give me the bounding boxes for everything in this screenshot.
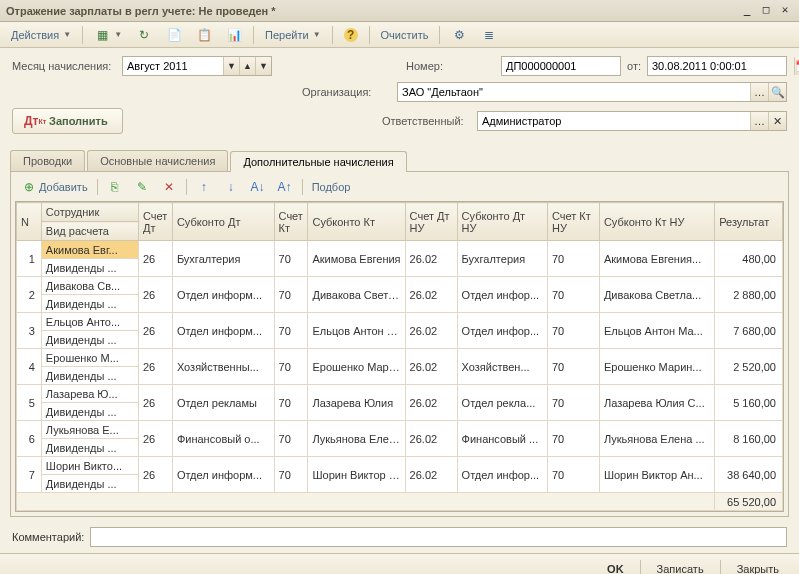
cell-sub-dt-nu[interactable]: Финансовый ...	[457, 421, 547, 457]
table-row[interactable]: 6Лукьянова Е...26Финансовый о...70Лукьян…	[17, 421, 783, 439]
cell-sub-kt-nu[interactable]: Шорин Виктор Ан...	[599, 457, 714, 493]
cell-n[interactable]: 5	[17, 385, 42, 421]
cell-acc-dt[interactable]: 26	[139, 277, 173, 313]
cell-calc[interactable]: Дивиденды ...	[41, 259, 138, 277]
resp-clear-icon[interactable]: ✕	[768, 112, 786, 130]
sort-desc-icon[interactable]: A↑	[273, 178, 297, 196]
col-n[interactable]: N	[17, 203, 42, 241]
report-icon[interactable]: 📊	[221, 25, 247, 45]
cell-sub-kt[interactable]: Дивакова Светлана	[308, 277, 405, 313]
cell-sub-kt[interactable]: Акимова Евгения	[308, 241, 405, 277]
tab-additional-accruals[interactable]: Дополнительные начисления	[230, 151, 406, 172]
cell-n[interactable]: 4	[17, 349, 42, 385]
cell-sub-dt[interactable]: Бухгалтерия	[172, 241, 274, 277]
col-acc-dt-nu[interactable]: Счет Дт НУ	[405, 203, 457, 241]
table-row[interactable]: 2Дивакова Св...26Отдел информ...70Дивако…	[17, 277, 783, 295]
cell-acc-dt[interactable]: 26	[139, 457, 173, 493]
col-sub-dt-nu[interactable]: Субконто Дт НУ	[457, 203, 547, 241]
org-select-icon[interactable]: …	[750, 83, 768, 101]
move-down-icon[interactable]: ↓	[219, 178, 243, 196]
cell-calc[interactable]: Дивиденды ...	[41, 475, 138, 493]
period-down-icon[interactable]: ▼	[255, 57, 271, 75]
cell-sub-dt-nu[interactable]: Отдел инфор...	[457, 277, 547, 313]
actions-menu[interactable]: Действия▼	[6, 27, 76, 43]
cell-calc[interactable]: Дивиденды ...	[41, 367, 138, 385]
maximize-button[interactable]: □	[758, 4, 774, 18]
cell-sub-dt[interactable]: Отдел информ...	[172, 313, 274, 349]
cell-acc-dt-nu[interactable]: 26.02	[405, 349, 457, 385]
cell-result[interactable]: 2 880,00	[715, 277, 783, 313]
cell-sub-dt-nu[interactable]: Хозяйствен...	[457, 349, 547, 385]
cell-calc[interactable]: Дивиденды ...	[41, 295, 138, 313]
cell-n[interactable]: 1	[17, 241, 42, 277]
move-up-icon[interactable]: ↑	[192, 178, 216, 196]
cell-acc-kt[interactable]: 70	[274, 277, 308, 313]
cell-sub-kt-nu[interactable]: Лазарева Юлия С...	[599, 385, 714, 421]
table-row[interactable]: 3Ельцов Анто...26Отдел информ...70Ельцов…	[17, 313, 783, 331]
cell-sub-dt[interactable]: Хозяйственны...	[172, 349, 274, 385]
resp-select-icon[interactable]: …	[750, 112, 768, 130]
cell-acc-kt-nu[interactable]: 70	[547, 385, 599, 421]
ok-button[interactable]: OK	[597, 560, 634, 575]
cell-emp[interactable]: Лазарева Ю...	[41, 385, 138, 403]
grid[interactable]: N Сотрудник Счет Дт Субконто Дт Счет Кт …	[15, 201, 784, 512]
new-doc-icon[interactable]: ▦▼	[89, 25, 127, 45]
table-row[interactable]: 5Лазарева Ю...26Отдел рекламы70Лазарева …	[17, 385, 783, 403]
col-sub-kt[interactable]: Субконто Кт	[308, 203, 405, 241]
cell-acc-kt[interactable]: 70	[274, 385, 308, 421]
cell-acc-kt-nu[interactable]: 70	[547, 421, 599, 457]
col-acc-dt[interactable]: Счет Дт	[139, 203, 173, 241]
period-up-icon[interactable]: ▲	[239, 57, 255, 75]
period-input[interactable]: ▼ ▲ ▼	[122, 56, 272, 76]
org-field-wrap[interactable]: … 🔍	[397, 82, 787, 102]
cell-emp[interactable]: Дивакова Св...	[41, 277, 138, 295]
cell-acc-kt-nu[interactable]: 70	[547, 277, 599, 313]
clear-button[interactable]: Очистить	[376, 27, 434, 43]
cell-result[interactable]: 5 160,00	[715, 385, 783, 421]
cell-acc-dt[interactable]: 26	[139, 385, 173, 421]
sort-asc-icon[interactable]: A↓	[246, 178, 270, 196]
cell-acc-kt-nu[interactable]: 70	[547, 313, 599, 349]
select-button[interactable]: Подбор	[308, 180, 355, 194]
edit-row-icon[interactable]: ✎	[130, 178, 154, 196]
resp-field[interactable]	[478, 115, 750, 127]
col-emp[interactable]: Сотрудник	[41, 203, 138, 222]
cell-acc-kt[interactable]: 70	[274, 313, 308, 349]
close-footer-button[interactable]: Закрыть	[727, 560, 789, 575]
help-icon[interactable]: ?	[339, 26, 363, 44]
cell-sub-dt[interactable]: Отдел информ...	[172, 277, 274, 313]
cell-n[interactable]: 3	[17, 313, 42, 349]
cell-sub-kt-nu[interactable]: Акимова Евгения...	[599, 241, 714, 277]
cell-sub-dt-nu[interactable]: Отдел инфор...	[457, 457, 547, 493]
calendar-icon[interactable]: 📅	[794, 57, 799, 75]
cell-sub-kt-nu[interactable]: Ельцов Антон Ма...	[599, 313, 714, 349]
cell-n[interactable]: 7	[17, 457, 42, 493]
cell-calc[interactable]: Дивиденды ...	[41, 439, 138, 457]
cell-acc-kt[interactable]: 70	[274, 457, 308, 493]
table-row[interactable]: 7Шорин Викто...26Отдел информ...70Шорин …	[17, 457, 783, 475]
table-row[interactable]: 1Акимова Евг...26Бухгалтерия70Акимова Ев…	[17, 241, 783, 259]
cell-result[interactable]: 8 160,00	[715, 421, 783, 457]
cell-sub-kt-nu[interactable]: Ерошенко Марин...	[599, 349, 714, 385]
cell-acc-kt-nu[interactable]: 70	[547, 349, 599, 385]
cell-emp[interactable]: Лукьянова Е...	[41, 421, 138, 439]
cell-result[interactable]: 38 640,00	[715, 457, 783, 493]
cell-sub-kt[interactable]: Ельцов Антон Максимович	[308, 313, 405, 349]
cell-sub-kt[interactable]: Лукьянова Елена	[308, 421, 405, 457]
cell-acc-dt-nu[interactable]: 26.02	[405, 457, 457, 493]
cell-acc-kt-nu[interactable]: 70	[547, 457, 599, 493]
goto-menu[interactable]: Перейти▼	[260, 27, 326, 43]
close-button[interactable]: ✕	[777, 4, 793, 18]
cell-result[interactable]: 480,00	[715, 241, 783, 277]
cell-emp[interactable]: Шорин Викто...	[41, 457, 138, 475]
list-icon[interactable]: ≣	[476, 25, 502, 45]
cell-result[interactable]: 2 520,00	[715, 349, 783, 385]
cell-acc-dt-nu[interactable]: 26.02	[405, 313, 457, 349]
org-search-icon[interactable]: 🔍	[768, 83, 786, 101]
cell-calc[interactable]: Дивиденды ...	[41, 331, 138, 349]
minimize-button[interactable]: _	[739, 4, 755, 18]
cell-n[interactable]: 2	[17, 277, 42, 313]
cell-acc-kt[interactable]: 70	[274, 241, 308, 277]
cell-acc-dt-nu[interactable]: 26.02	[405, 277, 457, 313]
table-row[interactable]: 4Ерошенко М...26Хозяйственны...70Ерошенк…	[17, 349, 783, 367]
